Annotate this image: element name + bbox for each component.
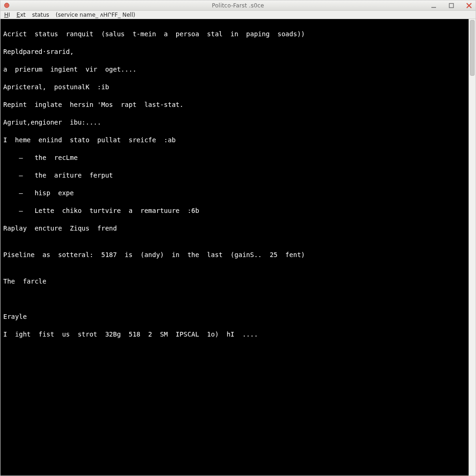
terminal-line: Piseline as sotteral: 5187 is (andy) in … xyxy=(3,251,466,259)
traffic-lights xyxy=(4,3,9,8)
terminal-line: Agriut,engioner ibu:.... xyxy=(3,118,466,127)
terminal-line: Apricteral, postunalK :ib xyxy=(3,83,466,92)
terminal-line: Repint inglate hersin 'Mos rapt last-sta… xyxy=(3,100,466,109)
minimize-icon xyxy=(430,2,437,9)
terminal-line: — Lette chiko turtvire a remartuure :6b xyxy=(3,206,466,215)
terminal-line: I heme eniind stato pullat sreicfe :ab xyxy=(3,136,466,145)
vertical-scrollbar[interactable] xyxy=(469,19,476,476)
close-icon xyxy=(466,2,472,9)
terminal-line: Raplay encture Ziqus frend xyxy=(3,224,466,233)
terminal-line: Erayle xyxy=(3,312,466,321)
minimize-button[interactable] xyxy=(430,2,437,9)
terminal-line: — hisp expe xyxy=(3,189,466,198)
maximize-button[interactable] xyxy=(448,2,455,9)
window-title: Politco-Farst .s0ce xyxy=(212,2,264,9)
svg-rect-1 xyxy=(450,3,454,7)
terminal-line: Repldpared·srarid, xyxy=(3,47,466,56)
titlebar[interactable]: Politco-Farst .s0ce xyxy=(0,0,476,11)
terminal-line: Acrict status ranquit (salus t-mein a pe… xyxy=(3,30,466,39)
terminal-wrap: Acrict status ranquit (salus t-mein a pe… xyxy=(0,19,476,476)
terminal-line: a prierum ingient vir oget.... xyxy=(3,65,466,74)
terminal-line: I ight fist us strot 32Bg 518 2 SM IPSCA… xyxy=(3,330,466,339)
terminal-line: — the recLme xyxy=(3,153,466,162)
menu-paren-text: (service name_ ᴧHՐFF_ Nell) xyxy=(56,12,135,18)
menu-item-hi[interactable]: HI xyxy=(4,11,10,19)
terminal[interactable]: Acrict status ranquit (salus t-mein a pe… xyxy=(0,19,469,476)
window-controls xyxy=(430,2,473,9)
menu-item-status[interactable]: status xyxy=(32,11,49,19)
maximize-icon xyxy=(448,2,455,9)
close-button[interactable] xyxy=(465,2,473,9)
app-window: Politco-Farst .s0ce HI Ext s xyxy=(0,0,476,476)
menu-item-ext[interactable]: Ext xyxy=(17,11,26,19)
menubar: HI Ext status (service name_ ᴧHՐFF_ Nell… xyxy=(0,11,476,19)
close-dot-icon[interactable] xyxy=(4,3,9,8)
terminal-line: The farcle xyxy=(3,277,466,286)
scrollbar-thumb[interactable] xyxy=(470,20,475,76)
terminal-line: — the ariture ferput xyxy=(3,171,466,180)
